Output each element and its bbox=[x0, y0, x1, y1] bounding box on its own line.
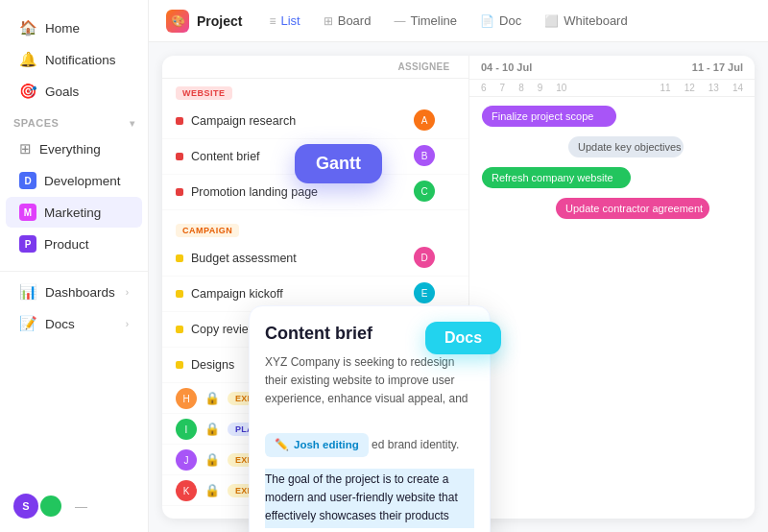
dashboards-icon: 📊 bbox=[19, 283, 37, 301]
lock-icon: 🔒 bbox=[204, 483, 220, 497]
gantt-bar-refresh[interactable]: Refresh company website bbox=[482, 167, 631, 188]
sidebar-product-label: Product bbox=[44, 237, 89, 252]
sidebar-goals-label: Goals bbox=[45, 85, 79, 99]
user-avatar[interactable]: S bbox=[13, 494, 38, 519]
sidebar-item-dashboards[interactable]: 📊 Dashboards › bbox=[6, 277, 142, 307]
tab-board-label: Board bbox=[338, 13, 372, 28]
dashboards-chevron-icon: › bbox=[126, 287, 129, 298]
timeline-tab-icon: — bbox=[394, 14, 405, 28]
chevron-down-icon: ▾ bbox=[130, 118, 135, 129]
campaign-tag: CAMPAIGN bbox=[176, 224, 239, 237]
gantt-bar-label: Update key objectives bbox=[578, 141, 682, 153]
task-name: Campaign research bbox=[191, 114, 385, 128]
grid-icon: ⊞ bbox=[19, 140, 32, 157]
lock-icon: 🔒 bbox=[204, 452, 220, 467]
assignee-avatar-container: C bbox=[393, 181, 455, 204]
sidebar-item-marketing[interactable]: M Marketing bbox=[6, 197, 142, 228]
task-name: Budget assessment bbox=[191, 252, 385, 265]
assignee-avatar: J bbox=[176, 449, 197, 471]
sidebar-dashboards-label: Dashboards bbox=[45, 285, 115, 300]
board-tab-icon: ⊞ bbox=[324, 14, 333, 28]
gantt-bar-finalize[interactable]: Finalize project scope bbox=[482, 106, 616, 127]
doc-tab-icon: 📄 bbox=[480, 14, 494, 28]
task-bullet bbox=[176, 254, 183, 262]
col-header: ASSIGNEE bbox=[162, 56, 468, 79]
sidebar: 🏠 Home 🔔 Notifications 🎯 Goals Spaces ▾ … bbox=[0, 0, 149, 532]
docs-body-text-2: ed brand identity. bbox=[372, 438, 459, 451]
user-avatar-2[interactable] bbox=[38, 494, 63, 519]
sidebar-item-development[interactable]: D Development bbox=[6, 165, 142, 196]
docs-body-text-1: XYZ Company is seeking to redesign their… bbox=[265, 355, 468, 405]
sidebar-bottom: S — bbox=[0, 494, 148, 519]
svg-text:C: C bbox=[420, 186, 427, 197]
sidebar-item-docs[interactable]: 📝 Docs › bbox=[6, 308, 142, 339]
svg-text:K: K bbox=[183, 486, 190, 496]
assignee-avatar: E bbox=[414, 282, 435, 303]
editing-badge: ✏️ Josh editing bbox=[265, 433, 369, 457]
sidebar-item-notifications[interactable]: 🔔 Notifications bbox=[6, 44, 142, 75]
top-nav: 🎨 Project ≡ List ⊞ Board — Timeline 📄 Do… bbox=[149, 0, 768, 42]
gantt-date-right: 11 - 17 Jul bbox=[692, 61, 743, 73]
user-menu-icon[interactable]: — bbox=[75, 499, 87, 514]
marketing-space-dot: M bbox=[19, 204, 36, 221]
sidebar-marketing-label: Marketing bbox=[44, 206, 101, 220]
sidebar-item-everything[interactable]: ⊞ Everything bbox=[6, 133, 142, 164]
project-icon: 🎨 bbox=[166, 10, 189, 33]
assignee-avatar-container: E bbox=[393, 282, 455, 305]
gantt-date-left: 04 - 10 Jul bbox=[481, 61, 532, 73]
docs-tooltip: Docs bbox=[425, 322, 501, 354]
svg-text:E: E bbox=[420, 288, 427, 299]
tab-board[interactable]: ⊞ Board bbox=[314, 8, 381, 34]
lock-icon: 🔒 bbox=[204, 391, 220, 405]
tab-timeline[interactable]: — Timeline bbox=[384, 8, 467, 34]
editing-user-label: Josh editing bbox=[294, 436, 359, 453]
project-title: Project bbox=[197, 13, 242, 29]
campaign-section-header: CAMPAIGN bbox=[162, 216, 468, 241]
assignee-col-header: ASSIGNEE bbox=[393, 61, 455, 72]
whiteboard-tab-icon: ⬜ bbox=[544, 14, 559, 28]
sidebar-item-product[interactable]: P Product bbox=[6, 229, 142, 259]
spaces-section-title: Spaces ▾ bbox=[0, 108, 148, 133]
assignee-avatar: D bbox=[414, 247, 435, 268]
gantt-tooltip-label: Gantt bbox=[316, 154, 361, 173]
list-tab-icon: ≡ bbox=[269, 14, 276, 28]
main-area: 🎨 Project ≡ List ⊞ Board — Timeline 📄 Do… bbox=[149, 0, 768, 532]
edit-icon: ✏️ bbox=[275, 436, 289, 454]
svg-text:D: D bbox=[420, 253, 427, 263]
tab-doc[interactable]: 📄 Doc bbox=[470, 8, 531, 34]
svg-text:J: J bbox=[184, 455, 189, 466]
gantt-area: 04 - 10 Jul 11 - 17 Jul 678910 11121314 … bbox=[469, 56, 755, 519]
tab-whiteboard[interactable]: ⬜ Whiteboard bbox=[535, 8, 636, 34]
gantt-row-3: Refresh company website bbox=[477, 162, 747, 193]
website-section-header: WEBSITE bbox=[162, 79, 468, 104]
task-bullet bbox=[176, 290, 183, 298]
sidebar-development-label: Development bbox=[44, 174, 121, 188]
svg-text:A: A bbox=[420, 115, 427, 126]
docs-chevron-icon: › bbox=[126, 319, 129, 329]
assignee-avatar: B bbox=[414, 145, 435, 166]
sidebar-item-home[interactable]: 🏠 Home bbox=[6, 12, 142, 43]
gantt-bar-contractor[interactable]: Update contractor agreement bbox=[556, 198, 709, 219]
sidebar-item-goals[interactable]: 🎯 Goals bbox=[6, 76, 142, 107]
svg-text:H: H bbox=[182, 394, 189, 404]
task-bullet bbox=[176, 117, 183, 125]
gantt-bar-label: Refresh company website bbox=[492, 172, 613, 183]
sidebar-everything-label: Everything bbox=[39, 142, 101, 157]
sidebar-docs-label: Docs bbox=[45, 317, 75, 331]
tab-list-label: List bbox=[280, 13, 300, 28]
assignee-avatar-container: D bbox=[393, 247, 455, 270]
goals-icon: 🎯 bbox=[19, 83, 37, 100]
task-row[interactable]: Campaign research A bbox=[162, 104, 468, 139]
assignee-avatar: A bbox=[414, 109, 435, 131]
gantt-bar-update[interactable]: Update key objectives bbox=[568, 136, 684, 157]
tab-list[interactable]: ≡ List bbox=[259, 8, 309, 34]
docs-panel-body: XYZ Company is seeking to redesign their… bbox=[265, 353, 474, 528]
lock-icon: 🔒 bbox=[204, 422, 220, 436]
task-row[interactable]: Budget assessment D bbox=[162, 241, 468, 277]
gantt-row-1: Finalize project scope bbox=[477, 101, 747, 132]
task-bullet bbox=[176, 153, 183, 160]
gantt-row-4: Update contractor agreement bbox=[477, 193, 747, 224]
sidebar-notifications-label: Notifications bbox=[45, 53, 116, 67]
task-bullet bbox=[176, 188, 183, 196]
product-space-dot: P bbox=[19, 235, 36, 253]
